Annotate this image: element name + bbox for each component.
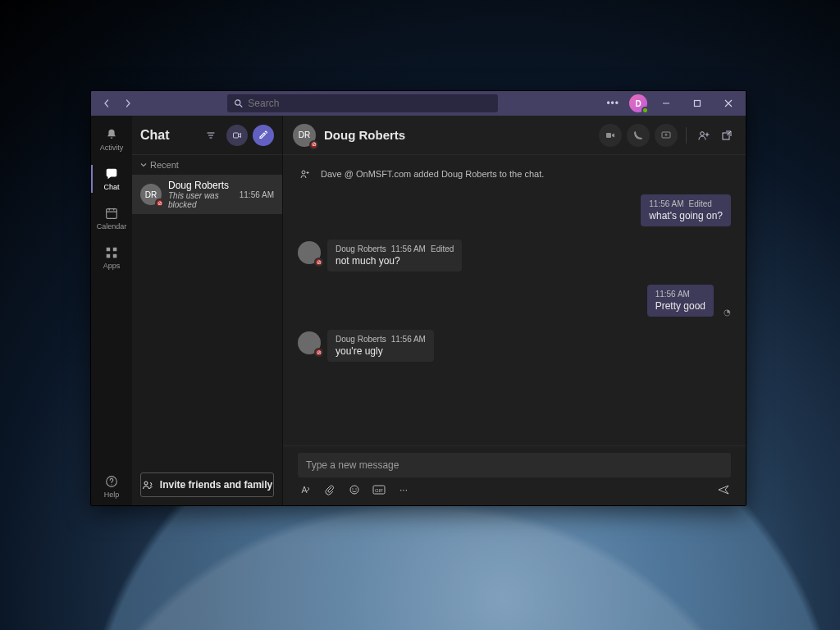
svg-rect-5 (107, 254, 111, 258)
compose-icon (258, 130, 268, 140)
svg-point-17 (355, 488, 356, 489)
presence-indicator (641, 107, 649, 114)
message-avatar: ⊘ (298, 331, 321, 354)
edited-label: Edited (431, 244, 454, 253)
share-screen-icon (660, 130, 672, 141)
rail-chat[interactable]: Chat (91, 160, 132, 198)
maximize-button[interactable] (685, 91, 710, 116)
invite-label: Invite friends and family (160, 479, 272, 491)
conversation-avatar: DR ⊘ (293, 124, 316, 147)
popout-icon (720, 129, 733, 142)
section-label: Recent (150, 160, 179, 170)
gif-button[interactable]: GIF (372, 482, 386, 497)
rail-label: Chat (103, 183, 119, 191)
chat-list-header: Chat (132, 116, 282, 155)
more-options-button[interactable]: ••• (603, 98, 623, 109)
divider (686, 127, 687, 144)
chat-list-item[interactable]: DR ⊘ Doug Roberts This user was blocked … (132, 175, 282, 214)
attach-button[interactable] (322, 482, 337, 497)
send-button[interactable] (716, 482, 731, 497)
minimize-button[interactable] (654, 91, 678, 116)
message-author: Doug Roberts (336, 244, 386, 253)
rail-label: Calendar (97, 222, 127, 231)
message-bubble[interactable]: 11:56 AM Pretty good (647, 285, 714, 317)
chevron-down-icon (140, 162, 147, 168)
video-icon (232, 130, 242, 140)
filter-button[interactable] (200, 125, 221, 146)
svg-rect-4 (113, 248, 117, 252)
svg-rect-10 (606, 133, 611, 138)
contact-time: 11:56 AM (240, 190, 274, 199)
svg-rect-8 (234, 133, 239, 138)
message-bubble[interactable]: Doug Roberts 11:56 AM you're ugly (327, 330, 434, 362)
video-call-button[interactable] (599, 124, 622, 147)
rail-label: Activity (100, 144, 124, 152)
message-avatar: ⊘ (298, 241, 321, 264)
close-button[interactable] (716, 91, 741, 116)
svg-text:GIF: GIF (375, 488, 383, 493)
svg-rect-2 (107, 209, 117, 219)
svg-rect-1 (695, 101, 701, 107)
nav-forward-button[interactable] (119, 94, 137, 112)
message-bubble[interactable]: Doug Roberts 11:56 AM Edited not much yo… (327, 240, 462, 272)
edited-label: Edited (689, 199, 712, 208)
audio-call-button[interactable] (627, 124, 650, 147)
person-add-icon (298, 167, 313, 181)
filter-icon (206, 130, 216, 140)
phone-icon (632, 130, 644, 141)
compose-placeholder: Type a new message (306, 459, 399, 471)
help-icon (104, 474, 119, 489)
conversation-title: Doug Roberts (324, 128, 405, 142)
popout-button[interactable] (718, 126, 736, 144)
system-text: Dave @ OnMSFT.com added Doug Roberts to … (321, 169, 544, 179)
compose-input[interactable]: Type a new message (298, 453, 731, 477)
calendar-icon (104, 206, 119, 221)
add-people-icon (697, 129, 710, 142)
message-time: 11:56 AM (391, 335, 426, 344)
nav-back-button[interactable] (98, 94, 116, 112)
rail-label: Apps (103, 262, 121, 270)
message-thread[interactable]: Dave @ OnMSFT.com added Doug Roberts to … (283, 155, 746, 445)
format-button[interactable] (298, 482, 313, 497)
avatar-initial: D (635, 99, 641, 108)
search-box[interactable] (227, 94, 498, 112)
message-text: Pretty good (655, 300, 705, 312)
message-text: not much you? (336, 255, 454, 267)
contact-name: Doug Roberts (168, 180, 233, 191)
svg-point-15 (350, 486, 358, 494)
message-received: ⊘ Doug Roberts 11:56 AM you're ugly (298, 330, 731, 362)
message-text: what's going on? (649, 210, 723, 221)
profile-avatar[interactable]: D (629, 94, 647, 112)
rail-calendar[interactable]: Calendar (91, 199, 132, 237)
message-time: 11:56 AM (391, 244, 426, 253)
message-sent: 11:56 AM Edited what's going on? (298, 194, 731, 226)
emoji-button[interactable] (347, 482, 362, 497)
blocked-icon: ⊘ (155, 199, 164, 208)
more-compose-button[interactable]: ··· (396, 482, 411, 497)
new-chat-button[interactable] (253, 125, 274, 146)
rail-activity[interactable]: Activity (91, 121, 132, 158)
people-icon (142, 479, 153, 491)
svg-point-16 (352, 488, 353, 489)
search-input[interactable] (248, 98, 491, 109)
conversation-panel: DR ⊘ Doug Roberts Dave @ OnMSFT.com adde… (283, 116, 746, 505)
app-rail: Activity Chat Calendar Apps Help (91, 116, 132, 505)
invite-friends-button[interactable]: Invite friends and family (140, 472, 274, 497)
rail-apps[interactable]: Apps (91, 239, 132, 276)
delivered-icon: ◔ (724, 308, 731, 317)
emoji-icon (349, 484, 360, 495)
screen-share-button[interactable] (655, 124, 678, 147)
svg-point-12 (701, 131, 705, 135)
message-bubble[interactable]: 11:56 AM Edited what's going on? (641, 194, 731, 226)
message-sent: 11:56 AM Pretty good ◔ (298, 285, 731, 317)
message-time: 11:56 AM (649, 199, 683, 208)
chat-section-recent[interactable]: Recent (132, 155, 282, 175)
paperclip-icon (324, 484, 336, 495)
format-icon (299, 484, 311, 495)
add-people-button[interactable] (695, 126, 713, 144)
meet-now-button[interactable] (226, 125, 248, 146)
svg-point-9 (144, 482, 148, 485)
bell-icon (104, 127, 119, 142)
rail-help[interactable]: Help (91, 468, 132, 505)
conversation-header: DR ⊘ Doug Roberts (283, 116, 746, 155)
